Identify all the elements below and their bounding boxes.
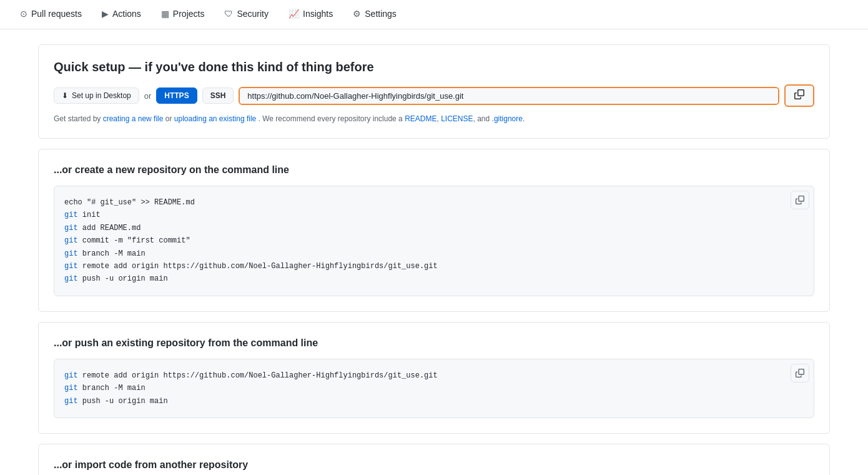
pull-requests-icon: ⊙	[20, 9, 27, 19]
quick-setup-row: ⬇ Set up in Desktop or HTTPS SSH	[54, 84, 814, 107]
code-line: git add README.md	[64, 222, 804, 234]
actions-icon: ▶	[102, 9, 109, 19]
push-repo-title: ...or push an existing repository from t…	[54, 338, 814, 349]
quick-setup-title: Quick setup — if you've done this kind o…	[54, 60, 814, 74]
code-line: git commit -m "first commit"	[64, 234, 804, 247]
gitignore-link[interactable]: .gitignore	[492, 114, 523, 123]
desktop-icon: ⬇	[62, 91, 68, 100]
top-nav: ⊙ Pull requests ▶ Actions ▦ Projects 🛡 S…	[0, 0, 868, 29]
projects-icon: ▦	[161, 9, 169, 19]
copy-create-button[interactable]	[791, 191, 809, 209]
https-button[interactable]: HTTPS	[156, 88, 197, 104]
create-code-block: echo "# git_use" >> README.md git init g…	[54, 186, 814, 296]
url-input-container	[239, 87, 779, 105]
nav-actions[interactable]: ▶ Actions	[92, 0, 151, 29]
code-line: git push -u origin main	[64, 395, 804, 408]
import-code-card: ...or import code from another repositor…	[38, 444, 830, 475]
push-code-wrapper: git remote add origin https://github.com…	[54, 359, 814, 418]
repo-url-input[interactable]	[240, 88, 778, 104]
create-repo-card: ...or create a new repository on the com…	[38, 149, 830, 312]
nav-settings[interactable]: ⚙ Settings	[343, 0, 407, 29]
license-link[interactable]: LICENSE	[441, 114, 473, 123]
settings-icon: ⚙	[353, 9, 361, 19]
copy-push-button[interactable]	[791, 364, 809, 382]
upload-file-link[interactable]: uploading an existing file	[174, 114, 256, 123]
ssh-button[interactable]: SSH	[202, 88, 234, 104]
setup-desktop-button[interactable]: ⬇ Set up in Desktop	[54, 88, 139, 104]
code-line: echo "# git_use" >> README.md	[64, 196, 804, 209]
nav-projects[interactable]: ▦ Projects	[151, 0, 215, 29]
security-icon: 🛡	[224, 9, 233, 19]
create-code-wrapper: echo "# git_use" >> README.md git init g…	[54, 186, 814, 296]
code-line: git push -u origin main	[64, 272, 804, 285]
code-line: git remote add origin https://github.com…	[64, 369, 804, 382]
helper-text: Get started by creating a new file or up…	[54, 114, 814, 123]
push-repo-card: ...or push an existing repository from t…	[38, 322, 830, 434]
clipboard-icon	[794, 89, 804, 102]
import-title: ...or import code from another repositor…	[54, 459, 814, 471]
code-line: git remote add origin https://github.com…	[64, 260, 804, 272]
main-content: Quick setup — if you've done this kind o…	[28, 29, 840, 475]
create-repo-title: ...or create a new repository on the com…	[54, 164, 814, 176]
code-line: git init	[64, 209, 804, 221]
copy-url-button[interactable]	[784, 84, 814, 107]
nav-security[interactable]: 🛡 Security	[214, 0, 279, 29]
code-line: git branch -M main	[64, 382, 804, 394]
push-code-block: git remote add origin https://github.com…	[54, 359, 814, 418]
code-line: git branch -M main	[64, 248, 804, 260]
insights-icon: 📈	[289, 9, 299, 19]
nav-insights[interactable]: 📈 Insights	[279, 0, 343, 29]
nav-pull-requests[interactable]: ⊙ Pull requests	[10, 0, 92, 29]
readme-link[interactable]: README	[405, 114, 436, 123]
quick-setup-card: Quick setup — if you've done this kind o…	[38, 44, 830, 139]
or-text: or	[144, 91, 152, 101]
create-file-link[interactable]: creating a new file	[103, 114, 164, 123]
